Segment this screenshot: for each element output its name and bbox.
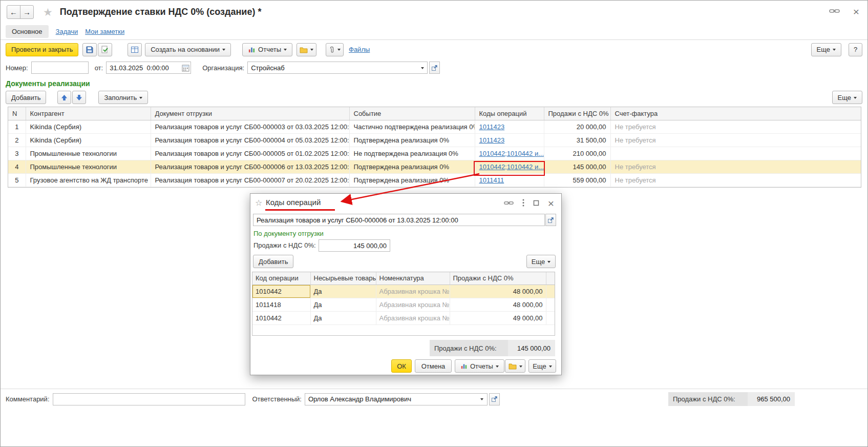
col-shipment-doc[interactable]: Документ отгрузки bbox=[151, 107, 349, 120]
cell-shipment-doc[interactable]: Реализация товаров и услуг СБ00-000007 о… bbox=[151, 173, 349, 187]
calendar-icon[interactable] bbox=[181, 62, 190, 73]
more-button-top[interactable]: Еще bbox=[811, 43, 841, 56]
operation-codes-link[interactable]: 1010442;1010442 и... bbox=[479, 150, 544, 157]
files-link[interactable]: Файлы bbox=[349, 46, 370, 53]
col-non-raw-goods[interactable]: Несырьевые товары bbox=[310, 272, 376, 285]
cell-contractor[interactable]: Промышленные технологии bbox=[26, 147, 151, 160]
col-contractor[interactable]: Контрагент bbox=[26, 107, 151, 120]
table-row[interactable]: 2 Kikinda (Сербия) Реализация товаров и … bbox=[8, 133, 861, 147]
operation-codes-link[interactable]: 1011423 bbox=[479, 136, 505, 144]
add-row-button[interactable]: Добавить bbox=[6, 91, 46, 104]
dialog-add-button[interactable]: Добавить bbox=[253, 255, 293, 268]
kebab-menu-icon[interactable] bbox=[522, 199, 524, 208]
table-row-selected[interactable]: 1010442 Да Абразивная крошка №3 48 000,0… bbox=[252, 285, 555, 298]
table-row[interactable]: 1010442 Да Абразивная крошка №4 49 000,0… bbox=[252, 311, 555, 324]
cell-non-raw[interactable]: Да bbox=[310, 285, 376, 298]
cell-shipment-doc[interactable]: Реализация товаров и услуг СБ00-000005 о… bbox=[151, 147, 349, 160]
responsible-value-input[interactable] bbox=[305, 394, 477, 405]
move-up-button[interactable] bbox=[57, 91, 71, 104]
back-button[interactable]: ← bbox=[7, 5, 20, 19]
cell-shipment-doc[interactable]: Реализация товаров и услуг СБ00-000006 о… bbox=[151, 160, 349, 173]
show-movements-button[interactable] bbox=[128, 43, 142, 56]
cell-contractor[interactable]: Промышленные технологии bbox=[26, 160, 151, 173]
cell-n[interactable]: 1 bbox=[8, 120, 26, 133]
cell-non-raw[interactable]: Да bbox=[310, 298, 376, 311]
cell-invoice[interactable]: Не требуется bbox=[610, 133, 861, 147]
number-input[interactable] bbox=[31, 62, 89, 74]
table-row[interactable]: 5 Грузовое агентство на ЖД транспорте Ре… bbox=[8, 173, 861, 187]
cell-code-current[interactable]: 1010442 bbox=[252, 285, 310, 298]
maximize-icon[interactable] bbox=[533, 200, 539, 208]
help-button[interactable]: ? bbox=[849, 43, 862, 56]
dialog-sales-input[interactable] bbox=[319, 239, 390, 252]
cell-invoice[interactable]: Не требуется bbox=[610, 160, 861, 173]
table-row[interactable]: 1 Kikinda (Сербия) Реализация товаров и … bbox=[8, 120, 861, 133]
cell-contractor[interactable]: Kikinda (Сербия) bbox=[26, 120, 151, 133]
col-event[interactable]: Событие bbox=[349, 107, 475, 120]
post-document-button[interactable] bbox=[98, 43, 112, 56]
dialog-document-open-button[interactable] bbox=[545, 214, 556, 226]
table-row[interactable]: 1011418 Да Абразивная крошка №5 48 000,0… bbox=[252, 298, 555, 311]
dialog-more-button-bottom[interactable]: Еще bbox=[528, 359, 556, 373]
cell-event[interactable]: Не подтверждена реализация 0% bbox=[349, 147, 475, 160]
cell-n[interactable]: 2 bbox=[8, 133, 26, 147]
save-button[interactable] bbox=[82, 43, 97, 56]
chevron-down-icon[interactable] bbox=[417, 62, 427, 73]
cell-sales[interactable]: 559 000,00 bbox=[544, 173, 610, 187]
cell-item[interactable]: Абразивная крошка №4 bbox=[376, 311, 450, 324]
cell-shipment-doc[interactable]: Реализация товаров и услуг СБ00-000004 о… bbox=[151, 133, 349, 147]
favorites-star-icon[interactable]: ★ bbox=[43, 7, 53, 17]
cell-item[interactable]: Абразивная крошка №5 bbox=[376, 298, 450, 311]
dialog-star-icon[interactable]: ☆ bbox=[255, 198, 262, 208]
more-button-section[interactable]: Еще bbox=[832, 91, 862, 104]
cell-invoice[interactable] bbox=[610, 147, 861, 160]
date-input[interactable] bbox=[106, 62, 191, 74]
cell-event[interactable]: Подтверждена реализация 0% bbox=[349, 160, 475, 173]
cell-event[interactable]: Подтверждена реализация 0% bbox=[349, 133, 475, 147]
cell-event[interactable]: Подтверждена реализация 0% bbox=[349, 173, 475, 187]
col-n[interactable]: N bbox=[8, 107, 26, 120]
close-window-icon[interactable]: × bbox=[853, 8, 859, 16]
ok-button[interactable]: ОК bbox=[391, 359, 412, 373]
cell-n[interactable]: 5 bbox=[8, 173, 26, 187]
cell-sales[interactable]: 145 000,00 bbox=[544, 160, 610, 173]
dialog-document-input[interactable] bbox=[253, 214, 545, 226]
tab-tasks[interactable]: Задачи bbox=[56, 28, 78, 35]
tab-main[interactable]: Основное bbox=[6, 25, 49, 38]
dialog-reports-button[interactable]: Отчеты bbox=[455, 359, 504, 373]
cell-code[interactable]: 1011418 bbox=[252, 298, 310, 311]
tab-notes[interactable]: Мои заметки bbox=[85, 28, 124, 35]
get-link-icon[interactable] bbox=[829, 8, 840, 16]
col-operation-code[interactable]: Код операции bbox=[252, 272, 310, 285]
cell-sales[interactable]: 20 000,00 bbox=[544, 120, 610, 133]
organization-value-input[interactable] bbox=[248, 62, 417, 73]
cell-invoice[interactable]: Не требуется bbox=[610, 120, 861, 133]
operation-codes-link[interactable]: 1011423 bbox=[479, 123, 505, 131]
edo-menu-button[interactable] bbox=[297, 43, 316, 56]
col-invoice[interactable]: Счет-фактура bbox=[610, 107, 861, 120]
move-down-button[interactable] bbox=[72, 91, 86, 104]
table-row[interactable]: 3 Промышленные технологии Реализация тов… bbox=[8, 147, 861, 160]
cell-code[interactable]: 1010442 bbox=[252, 311, 310, 324]
cell-non-raw[interactable]: Да bbox=[310, 311, 376, 324]
post-and-close-button[interactable]: Провести и закрыть bbox=[6, 43, 78, 56]
cell-shipment-doc[interactable]: Реализация товаров и услуг СБ00-000003 о… bbox=[151, 120, 349, 133]
col-sales-vat0[interactable]: Продажи с НДС 0% bbox=[544, 107, 610, 120]
attachments-button[interactable] bbox=[326, 43, 344, 56]
dialog-close-icon[interactable]: × bbox=[548, 199, 554, 208]
cell-item[interactable]: Абразивная крошка №3 bbox=[376, 285, 450, 298]
cell-contractor[interactable]: Kikinda (Сербия) bbox=[26, 133, 151, 147]
cell-event[interactable]: Частично подтверждена реализация 0% bbox=[349, 120, 475, 133]
operation-codes-link[interactable]: 1011411 bbox=[479, 176, 504, 184]
cell-contractor[interactable]: Грузовое агентство на ЖД транспорте bbox=[26, 173, 151, 187]
organization-combo[interactable] bbox=[247, 62, 428, 74]
cell-sales[interactable]: 31 500,00 bbox=[544, 133, 610, 147]
organization-open-button[interactable] bbox=[429, 62, 440, 74]
chevron-down-icon[interactable] bbox=[477, 394, 487, 405]
dialog-edo-menu-button[interactable] bbox=[505, 359, 525, 373]
dialog-more-button-top[interactable]: Еще bbox=[526, 255, 556, 268]
reports-button[interactable]: Отчеты bbox=[242, 43, 292, 56]
cell-n[interactable]: 4 bbox=[8, 160, 26, 173]
forward-button[interactable]: → bbox=[20, 5, 34, 19]
responsible-open-button[interactable] bbox=[489, 393, 500, 405]
